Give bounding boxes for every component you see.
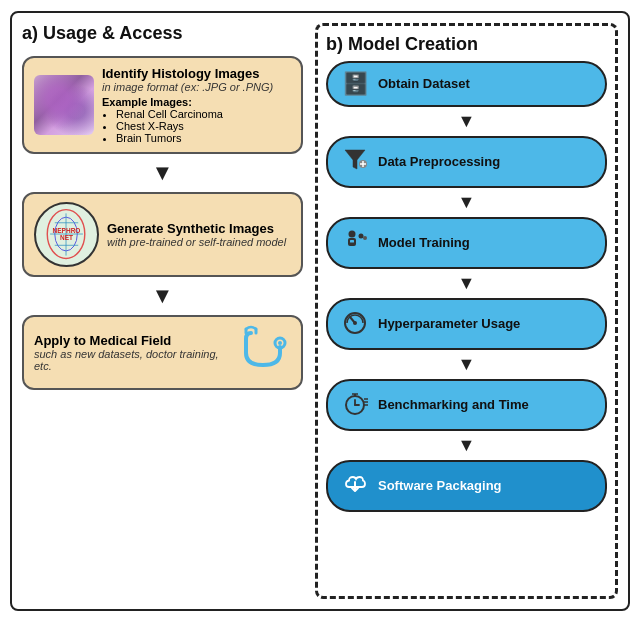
packaging-icon	[340, 470, 370, 502]
arrow-down-2: ▼	[22, 285, 303, 307]
generate-step-text: Generate Synthetic Images with pre-train…	[107, 221, 291, 248]
svg-point-17	[359, 233, 364, 238]
packaging-text: Software Packaging	[378, 478, 502, 493]
example-label: Example Images:	[102, 96, 291, 108]
hyperparameter-icon	[340, 308, 370, 340]
arrow-down-1: ▼	[22, 162, 303, 184]
nephronet-logo: NEPHRONET	[34, 202, 99, 267]
stethoscope-icon	[236, 325, 291, 380]
example-item-2: Chest X-Rays	[116, 120, 291, 132]
example-item-3: Brain Tumors	[116, 132, 291, 144]
right-arrow-2: ▼	[326, 192, 607, 213]
generate-italic: with pre-trained or self-trained model	[107, 236, 291, 248]
apply-step: Apply to Medical Field such as new datas…	[22, 315, 303, 390]
identify-step-text: Identify Histology Images in image forma…	[102, 66, 291, 144]
apply-bold: Apply to Medical Field	[34, 333, 228, 348]
right-arrow-3: ▼	[326, 273, 607, 294]
main-container: a) Usage & Access Identify Histology Ima…	[10, 11, 630, 611]
svg-point-18	[363, 236, 367, 240]
benchmarking-step: Benchmarking and Time	[326, 379, 607, 431]
obtain-dataset-step: 🗄️ Obtain Dataset	[326, 61, 607, 107]
apply-italic: such as new datasets, doctor training, e…	[34, 348, 228, 372]
preprocessing-icon	[340, 146, 370, 178]
training-icon	[340, 227, 370, 259]
hyperparameter-step: Hyperparameter Usage	[326, 298, 607, 350]
generate-step: NEPHRONET Generate Synthetic Images with…	[22, 192, 303, 277]
preprocessing-text: Data Preprocessing	[378, 154, 500, 169]
apply-step-text: Apply to Medical Field such as new datas…	[34, 333, 228, 372]
benchmarking-text: Benchmarking and Time	[378, 397, 529, 412]
right-panel: b) Model Creation 🗄️ Obtain Dataset ▼ Da…	[315, 23, 618, 599]
hyperparameter-text: Hyperparameter Usage	[378, 316, 520, 331]
right-arrow-4: ▼	[326, 354, 607, 375]
left-panel: a) Usage & Access Identify Histology Ima…	[22, 23, 303, 599]
example-list: Renal Cell Carcinoma Chest X-Rays Brain …	[116, 108, 291, 144]
benchmarking-icon	[340, 389, 370, 421]
right-arrow-1: ▼	[326, 111, 607, 132]
tissue-image	[34, 75, 94, 135]
example-item-1: Renal Cell Carcinoma	[116, 108, 291, 120]
left-section-label: a) Usage & Access	[22, 23, 303, 44]
svg-rect-16	[350, 240, 354, 243]
right-section-label: b) Model Creation	[326, 34, 607, 55]
preprocessing-step: Data Preprocessing	[326, 136, 607, 188]
training-step: Model Training	[326, 217, 607, 269]
identify-step: Identify Histology Images in image forma…	[22, 56, 303, 154]
generate-bold: Generate Synthetic Images	[107, 221, 291, 236]
right-arrow-5: ▼	[326, 435, 607, 456]
nephronet-text: NEPHRONET	[53, 227, 81, 241]
dataset-icon: 🗄️	[340, 71, 370, 97]
dataset-text: Obtain Dataset	[378, 76, 470, 91]
identify-italic: in image format (ex: .JPG or .PNG)	[102, 81, 291, 93]
svg-point-21	[353, 321, 357, 325]
svg-point-7	[278, 341, 282, 345]
training-text: Model Training	[378, 235, 470, 250]
svg-point-14	[349, 230, 356, 237]
packaging-step: Software Packaging	[326, 460, 607, 512]
identify-bold: Identify Histology Images	[102, 66, 291, 81]
